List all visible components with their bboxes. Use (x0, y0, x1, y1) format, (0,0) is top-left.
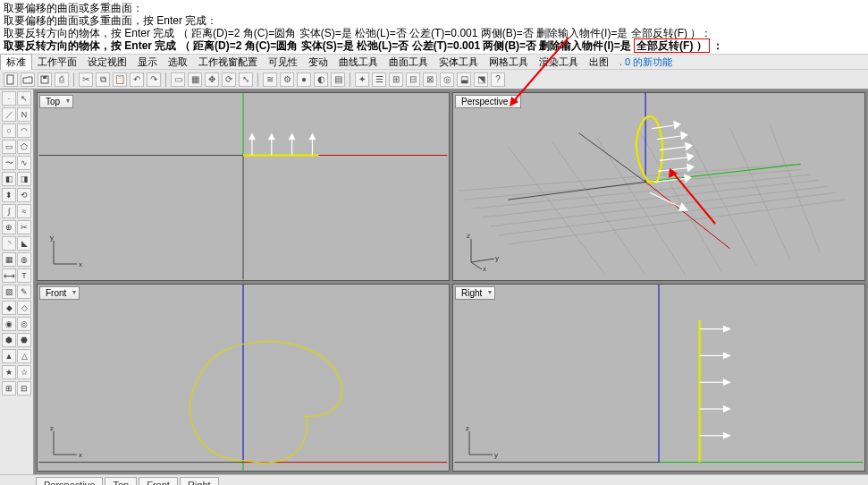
menu-select[interactable]: 选取 (163, 55, 193, 70)
sb-rev-icon[interactable]: ⟲ (17, 188, 31, 202)
tb-paste[interactable]: 📋 (113, 72, 127, 87)
tb-sel[interactable]: ▭ (171, 72, 185, 87)
menu-drafting[interactable]: 出图 (584, 55, 614, 70)
tb-cut[interactable]: ✂ (79, 72, 93, 87)
sb-t5-icon[interactable]: ⬢ (2, 333, 16, 347)
menu-solidtools[interactable]: 实体工具 (434, 55, 484, 70)
sb-arc-icon[interactable]: ◠ (17, 123, 31, 138)
sb-point-icon[interactable]: · (2, 91, 16, 106)
tb-rotate[interactable]: ⟳ (222, 72, 236, 87)
sb-t1-icon[interactable]: ◆ (2, 301, 16, 315)
tab-right[interactable]: Right (180, 477, 219, 485)
sb-t7-icon[interactable]: ▲ (2, 349, 16, 363)
menu-rendertools[interactable]: 渲染工具 (534, 55, 584, 70)
sb-ann-icon[interactable]: ✎ (17, 285, 31, 299)
history-line: 取要反转方向的物体，按 Enter 完成 （ 距离(D)=2 角(C)=圆角 实… (4, 27, 864, 39)
tab-front[interactable]: Front (139, 477, 178, 485)
tb-opt1[interactable]: ✦ (355, 72, 369, 87)
svg-text:x: x (79, 260, 82, 268)
svg-rect-0 (7, 75, 13, 84)
sb-tb-icon[interactable]: ⊞ (2, 381, 16, 396)
tb-redo[interactable]: ↷ (147, 72, 161, 87)
tb-opt3[interactable]: ⊞ (389, 72, 403, 87)
tb-opt2[interactable]: ☰ (372, 72, 386, 87)
tb-save[interactable] (38, 72, 52, 87)
sb-rect-icon[interactable]: ▭ (2, 140, 16, 154)
tb-move[interactable]: ✥ (205, 72, 219, 87)
svg-line-50 (650, 192, 684, 208)
sb-ext-icon[interactable]: ⬍ (2, 188, 16, 202)
tb-undo[interactable]: ↶ (130, 72, 144, 87)
viewport-front[interactable]: Front x z (37, 284, 450, 472)
menu-curvetools[interactable]: 曲线工具 (333, 55, 383, 70)
tb-render[interactable]: ● (297, 72, 311, 87)
sb-sweep-icon[interactable]: ∫ (2, 204, 16, 218)
tb-shade[interactable]: ◐ (314, 72, 328, 87)
tb-layer[interactable]: ≋ (263, 72, 277, 87)
tb-opt7[interactable]: ⬓ (457, 72, 471, 87)
sb-circle-icon[interactable]: ○ (2, 123, 16, 138)
viewport-container: Top x y (34, 89, 868, 474)
tab-perspective[interactable]: Perspective (36, 477, 103, 485)
sb-t8-icon[interactable]: △ (17, 349, 31, 363)
viewport-right[interactable]: Right y z (452, 284, 865, 472)
tb-opt5[interactable]: ⊠ (423, 72, 437, 87)
sb-chamf-icon[interactable]: ◣ (17, 236, 31, 251)
sb-t6-icon[interactable]: ⬣ (17, 333, 31, 347)
tb-new[interactable] (4, 72, 18, 87)
menu-display[interactable]: 显示 (132, 55, 163, 70)
sb-line-icon[interactable]: ／ (2, 107, 16, 122)
flip-all-option[interactable]: 全部反转(F) ） (634, 38, 710, 53)
tb-opt4[interactable]: ⊟ (406, 72, 420, 87)
tb-props[interactable]: ⚙ (280, 72, 294, 87)
sb-curve2-icon[interactable]: ∿ (17, 156, 31, 170)
sb-mesh-icon[interactable]: ▦ (2, 252, 16, 267)
sb-poly-icon[interactable]: ⬠ (17, 140, 31, 154)
sb-t9-icon[interactable]: ★ (2, 365, 16, 379)
tb-opt8[interactable]: ⬔ (474, 72, 488, 87)
tb-print[interactable]: ⎙ (55, 72, 69, 87)
history-line: 取要偏移的曲面或多重曲面： (4, 2, 864, 14)
menu-visibility[interactable]: 可见性 (263, 55, 303, 70)
tab-top[interactable]: Top (105, 477, 137, 485)
menu-cplane[interactable]: 工作平面 (32, 55, 82, 70)
command-prompt[interactable]: 取要反转方向的物体，按 Enter 完成 （ 距离(D)=2 角(C)=圆角 实… (4, 39, 864, 52)
menu-srftools[interactable]: 曲面工具 (383, 55, 434, 70)
tb-opt6[interactable]: ◎ (440, 72, 454, 87)
sb-loft-icon[interactable]: ≈ (17, 204, 31, 218)
sb-ta-icon[interactable]: ☆ (17, 365, 31, 379)
sb-hatch-icon[interactable]: ▨ (2, 285, 16, 299)
sb-bool-icon[interactable]: ⊕ (2, 220, 16, 234)
viewport-perspective[interactable]: Perspective (452, 92, 865, 281)
sb-t2-icon[interactable]: ◇ (17, 301, 31, 315)
sb-srf-icon[interactable]: ◧ (2, 172, 16, 186)
sb-anal-icon[interactable]: ◍ (17, 252, 31, 267)
sb-trim-icon[interactable]: ✂ (17, 220, 31, 234)
tb-copy[interactable]: ⧉ (96, 72, 110, 87)
tb-wire[interactable]: ▤ (331, 72, 345, 87)
sb-curve-icon[interactable]: 〜 (2, 156, 16, 170)
sb-dim-icon[interactable]: ⟷ (2, 268, 16, 283)
sb-arrow-icon[interactable]: ↖ (17, 91, 31, 106)
sb-t4-icon[interactable]: ◎ (17, 317, 31, 331)
menu-setview[interactable]: 设定视图 (82, 55, 132, 70)
sb-t3-icon[interactable]: ◉ (2, 317, 16, 331)
sb-text-icon[interactable]: T (17, 268, 31, 283)
tb-selall[interactable]: ▦ (188, 72, 202, 87)
menu-transform[interactable]: 变动 (303, 55, 333, 70)
prompt-options[interactable]: （ 距离(D)=2 角(C)=圆角 实体(S)=是 松弛(L)=否 公差(T)=… (180, 39, 634, 52)
svg-marker-12 (290, 134, 295, 140)
new-features-link[interactable]: . 0 的新功能 (619, 55, 672, 69)
sb-tc-icon[interactable]: ⊟ (17, 381, 31, 396)
svg-marker-10 (269, 134, 274, 140)
menu-standard[interactable]: 标准 (0, 54, 32, 70)
menu-viewlayout[interactable]: 工作视窗配置 (193, 55, 263, 70)
sb-ssrf-icon[interactable]: ◨ (17, 172, 31, 186)
viewport-top[interactable]: Top x y (37, 92, 450, 281)
menu-meshtools[interactable]: 网格工具 (484, 55, 534, 70)
tb-opt9[interactable]: ? (491, 72, 505, 87)
sb-pline-icon[interactable]: Ν (17, 107, 31, 122)
tb-open[interactable] (21, 72, 35, 87)
sb-fillet-icon[interactable]: ◝ (2, 236, 16, 251)
tb-scale[interactable]: ⤡ (239, 72, 253, 87)
